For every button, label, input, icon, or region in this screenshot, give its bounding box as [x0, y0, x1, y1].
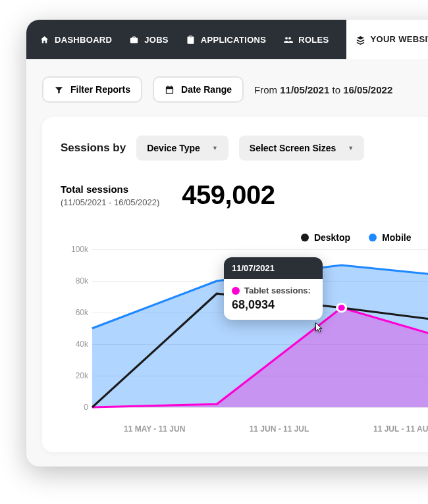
legend-mobile[interactable]: Mobile — [369, 232, 411, 243]
date-range-display: From 11/05/2021 to 16/05/2022 — [254, 84, 392, 95]
nav-dashboard-label: DASHBOARD — [55, 35, 112, 45]
cursor-pointer-icon — [313, 322, 325, 336]
totals-row: Total sessions (11/05/2021 - 16/05/2022)… — [61, 180, 428, 210]
total-sessions-sub: (11/05/2021 - 16/05/2022) — [61, 197, 159, 207]
sessions-controls: Sessions by Device Type ▼ Select Screen … — [61, 136, 428, 161]
x-axis: 11 MAY - 11 JUN11 JUN - 11 JUL11 JUL - 1… — [92, 424, 428, 434]
funnel-icon — [54, 85, 64, 95]
to-date: 16/05/2022 — [343, 84, 392, 95]
users-icon — [283, 35, 293, 45]
nav-jobs[interactable]: JOBS — [129, 35, 169, 45]
briefcase-icon — [129, 35, 139, 45]
device-type-value: Device Type — [147, 143, 200, 153]
chevron-down-icon: ▼ — [348, 145, 354, 151]
chevron-down-icon: ▼ — [212, 145, 218, 151]
nav-applications[interactable]: APPLICATIONS — [186, 35, 266, 45]
nav-applications-label: APPLICATIONS — [201, 35, 266, 45]
tooltip-series-label: Tablet sessions: — [244, 286, 311, 295]
device-type-select[interactable]: Device Type ▼ — [136, 136, 228, 161]
sessions-card: Sessions by Device Type ▼ Select Screen … — [42, 117, 428, 452]
totals-label-block: Total sessions (11/05/2021 - 16/05/2022) — [61, 184, 159, 207]
screen-sizes-select[interactable]: Select Screen Sizes ▼ — [239, 136, 364, 161]
svg-point-0 — [337, 304, 346, 312]
dot-icon — [369, 234, 377, 241]
plot[interactable]: 11/07/2021 Tablet sessions: 68,0934 — [92, 249, 428, 407]
sessions-by-label: Sessions by — [61, 141, 126, 155]
filter-reports-label: Filter Reports — [70, 84, 130, 95]
chart-legend: Desktop Mobile Table — [61, 232, 428, 243]
top-nav: DASHBOARD JOBS APPLICATIONS ROLES YOUR W… — [26, 20, 428, 59]
from-date: 11/05/2021 — [280, 84, 329, 95]
nav-dashboard[interactable]: DASHBOARD — [40, 35, 112, 45]
nav-your-website-label: YOUR WEBSITE — [371, 20, 428, 59]
tooltip-value: 68,0934 — [232, 298, 315, 312]
total-sessions-value: 459,002 — [182, 180, 275, 210]
nav-jobs-label: JOBS — [144, 35, 169, 45]
filters-bar: Filter Reports Date Range From 11/05/202… — [26, 59, 428, 103]
screen-sizes-value: Select Screen Sizes — [250, 143, 336, 153]
legend-desktop-label: Desktop — [314, 232, 350, 243]
filter-reports-button[interactable]: Filter Reports — [42, 76, 142, 103]
to-label: to — [332, 84, 340, 95]
dot-icon — [232, 287, 240, 295]
nav-your-website[interactable]: YOUR WEBSITE — [346, 20, 428, 59]
app-window: DASHBOARD JOBS APPLICATIONS ROLES YOUR W… — [26, 20, 428, 466]
chart-tooltip: 11/07/2021 Tablet sessions: 68,0934 — [224, 257, 323, 320]
clipboard-icon — [186, 35, 196, 45]
nav-roles[interactable]: ROLES — [283, 35, 329, 45]
calendar-icon — [165, 85, 174, 95]
chart-area: 020k40k60k80k100k 11/07/2021 Tablet sess… — [61, 249, 428, 434]
home-icon — [40, 35, 49, 45]
legend-mobile-label: Mobile — [382, 232, 411, 243]
legend-desktop[interactable]: Desktop — [301, 232, 350, 243]
nav-roles-label: ROLES — [298, 35, 329, 45]
date-range-button[interactable]: Date Range — [153, 76, 244, 103]
stack-icon — [356, 35, 365, 45]
from-label: From — [254, 84, 277, 95]
total-sessions-label: Total sessions — [61, 184, 159, 195]
tooltip-date: 11/07/2021 — [224, 257, 323, 279]
dot-icon — [301, 234, 309, 241]
date-range-label: Date Range — [181, 84, 232, 95]
